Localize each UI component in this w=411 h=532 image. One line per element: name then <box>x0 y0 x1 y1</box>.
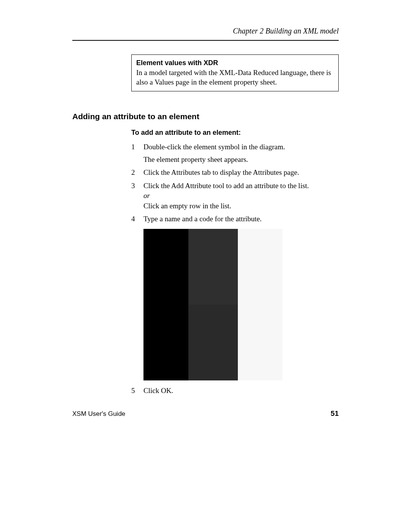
note-body: In a model targeted with the XML-Data Re… <box>136 69 331 86</box>
figure-region-dark <box>143 229 188 380</box>
step-2: 2 Click the Attributes tab to display th… <box>131 168 339 178</box>
procedure-intro: To add an attribute to an element: <box>131 129 339 137</box>
running-header: Chapter 2 Building an XML model <box>72 27 339 35</box>
step-alt-text: Click an empty row in the list. <box>143 201 339 211</box>
procedure-steps: 1 Double-click the element symbol in the… <box>131 142 339 224</box>
step-text: Double-click the element symbol in the d… <box>143 142 339 152</box>
note-title: Element values with XDR <box>136 59 218 67</box>
document-page: Chapter 2 Building an XML model Element … <box>0 0 411 532</box>
step-5: 5 Click OK. <box>131 386 339 396</box>
step-text: Click the Add Attribute tool to add an a… <box>143 181 339 191</box>
page-footer: XSM User's Guide 51 <box>72 409 339 418</box>
step-subtext: The element property sheet appears. <box>143 155 339 165</box>
step-or: or <box>143 191 339 201</box>
step-number: 5 <box>131 386 143 396</box>
step-4: 4 Type a name and a code for the attribu… <box>131 214 339 224</box>
section-heading: Adding an attribute to an element <box>72 112 339 121</box>
header-rule <box>72 40 339 41</box>
note-box: Element values with XDR In a model targe… <box>131 54 339 91</box>
step-text: Click OK. <box>143 386 339 396</box>
step-text: Type a name and a code for the attribute… <box>143 214 339 224</box>
footer-page-number: 51 <box>331 409 339 418</box>
step-number: 3 <box>131 181 143 191</box>
footer-guide-name: XSM User's Guide <box>72 410 125 418</box>
step-number: 1 <box>131 142 143 152</box>
figure-region-mid <box>188 229 238 380</box>
step-number: 2 <box>131 168 143 178</box>
screenshot-figure <box>143 229 282 380</box>
procedure-steps-continued: 5 Click OK. <box>131 386 339 396</box>
step-3: 3 Click the Add Attribute tool to add an… <box>131 181 339 211</box>
step-text: Click the Attributes tab to display the … <box>143 168 339 178</box>
step-1: 1 Double-click the element symbol in the… <box>131 142 339 165</box>
figure-region-light <box>238 229 282 380</box>
step-number: 4 <box>131 214 143 224</box>
